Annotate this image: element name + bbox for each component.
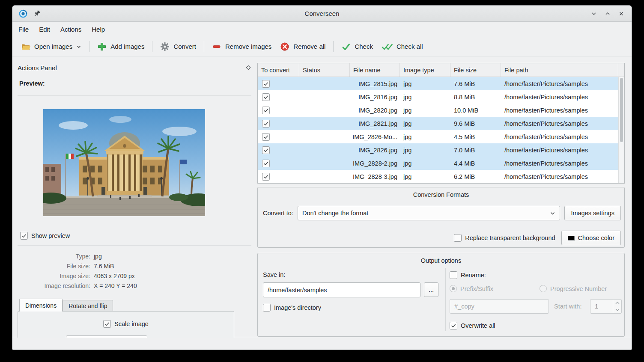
cell-file-name: IMG_2828-3.jpg bbox=[350, 170, 400, 183]
check-all-button[interactable]: Check all bbox=[377, 39, 427, 55]
window-title: Converseen bbox=[12, 10, 632, 17]
row-checkbox[interactable] bbox=[262, 107, 270, 114]
column-header-file-path[interactable]: File path bbox=[501, 63, 618, 77]
column-header-spacer bbox=[618, 63, 624, 77]
cell-file-size: 8.8 MiB bbox=[450, 90, 501, 104]
menu-item-help[interactable]: Help bbox=[86, 24, 110, 35]
cell-image-type: jpg bbox=[400, 143, 450, 157]
check-all-icon bbox=[382, 42, 393, 51]
actions-panel-title: Actions Panel bbox=[18, 64, 57, 71]
cell-file-size: 6.2 MiB bbox=[450, 170, 501, 183]
cell-to-convert bbox=[258, 143, 299, 157]
save-path-input[interactable] bbox=[263, 282, 420, 297]
column-header-file-name[interactable]: File name bbox=[350, 63, 400, 77]
replace-transparent-checkbox[interactable] bbox=[454, 234, 462, 242]
color-swatch bbox=[568, 236, 575, 240]
check-mark-icon bbox=[263, 134, 269, 140]
cell-image-type: jpg bbox=[400, 170, 450, 183]
check-button[interactable]: Check bbox=[337, 39, 377, 55]
table-row[interactable]: IMG_2828-3.jpgjpg6.2 MiB/home/faster/Pic… bbox=[258, 170, 618, 183]
cell-to-convert bbox=[258, 157, 299, 170]
toolbar-separator bbox=[89, 41, 89, 52]
images-settings-button[interactable]: Images settings bbox=[564, 206, 621, 220]
combo-chevron-icon bbox=[550, 211, 555, 216]
cell-to-convert bbox=[258, 117, 299, 130]
overwrite-all-checkbox[interactable] bbox=[450, 322, 457, 329]
remove-images-button[interactable]: Remove images bbox=[208, 39, 276, 55]
format-combobox[interactable]: Don't change the format bbox=[298, 206, 561, 220]
add-images-button[interactable]: Add images bbox=[93, 39, 149, 55]
browse-button[interactable]: ... bbox=[424, 282, 438, 297]
row-checkbox[interactable] bbox=[262, 80, 270, 88]
table-row[interactable]: IMG_2828-2.jpgjpg4.4 MiB/home/faster/Pic… bbox=[258, 157, 618, 170]
column-header-status[interactable]: Status bbox=[299, 63, 350, 77]
column-header-to-convert[interactable]: To convert bbox=[258, 63, 299, 77]
row-checkbox[interactable] bbox=[262, 133, 270, 141]
column-header-file-size[interactable]: File size bbox=[450, 63, 501, 77]
info-value: jpg bbox=[94, 253, 250, 260]
row-checkbox[interactable] bbox=[262, 146, 270, 154]
info-label: Image size: bbox=[19, 273, 90, 279]
scrollbar-thumb[interactable] bbox=[620, 78, 623, 142]
column-header-image-type[interactable]: Image type bbox=[400, 63, 450, 77]
menu-item-edit[interactable]: Edit bbox=[34, 24, 55, 35]
row-checkbox[interactable] bbox=[262, 93, 270, 101]
check-mark-icon bbox=[263, 121, 269, 127]
table-row[interactable]: IMG_2826-Mo...jpg4.5 MiB/home/faster/Pic… bbox=[258, 130, 618, 143]
info-value: 4063 x 2709 px bbox=[94, 273, 250, 279]
vertical-scrollbar[interactable] bbox=[618, 77, 624, 183]
info-label: Image resolution: bbox=[19, 282, 90, 289]
separator bbox=[445, 268, 446, 331]
choose-color-button[interactable]: Choose color bbox=[561, 231, 621, 245]
check-mark-icon bbox=[263, 160, 269, 166]
titlebar[interactable]: Converseen bbox=[12, 6, 632, 22]
convert-button[interactable]: Convert bbox=[156, 39, 200, 55]
statusbar bbox=[12, 337, 632, 350]
app-icon[interactable] bbox=[18, 9, 28, 18]
pin-icon[interactable] bbox=[32, 9, 42, 18]
tab-dimensions[interactable]: Dimensions bbox=[19, 299, 63, 312]
open-images-button[interactable]: Open images bbox=[17, 39, 86, 55]
table-row[interactable]: IMG_2815.jpgjpg7.6 MiB/home/faster/Pictu… bbox=[258, 77, 618, 90]
rename-checkbox[interactable] bbox=[450, 271, 457, 279]
check-mark-icon bbox=[263, 174, 269, 180]
check-label: Check bbox=[355, 43, 373, 50]
scale-image-checkbox[interactable] bbox=[103, 320, 111, 328]
row-checkbox[interactable] bbox=[262, 160, 270, 167]
chevron-down-icon bbox=[76, 44, 81, 49]
info-label: Type: bbox=[19, 253, 90, 260]
show-preview-checkbox[interactable] bbox=[20, 232, 28, 240]
toolbar-separator bbox=[204, 41, 204, 52]
cell-file-size: 7.6 MiB bbox=[450, 77, 501, 90]
remove-all-button[interactable]: Remove all bbox=[276, 39, 330, 55]
row-checkbox[interactable] bbox=[262, 120, 270, 128]
window-controls bbox=[590, 9, 626, 18]
row-checkbox[interactable] bbox=[262, 173, 270, 181]
table-row[interactable]: IMG_2820.jpgjpg10.0 MiB/home/faster/Pict… bbox=[258, 104, 618, 117]
open-folder-icon bbox=[21, 42, 30, 51]
rename-row: Rename: bbox=[450, 271, 486, 279]
menu-item-actions[interactable]: Actions bbox=[55, 24, 86, 35]
table-row[interactable]: IMG_2816.jpgjpg8.8 MiB/home/faster/Pictu… bbox=[258, 90, 618, 104]
cell-to-convert bbox=[258, 170, 299, 183]
tab-rotate-and-flip[interactable]: Rotate and flip bbox=[63, 300, 113, 312]
maximize-button[interactable] bbox=[603, 9, 612, 18]
app-window: Converseen FileEditActionsHelp Open imag… bbox=[12, 5, 632, 350]
file-table: To convertStatusFile nameImage typeFile … bbox=[257, 63, 625, 184]
table-row[interactable]: IMG_2821.jpgjpg9.6 MiB/home/faster/Pictu… bbox=[258, 117, 618, 130]
images-directory-checkbox[interactable] bbox=[263, 304, 271, 312]
cell-status bbox=[299, 117, 350, 130]
cell-file-size: 10.0 MiB bbox=[450, 104, 501, 117]
cell-file-name: IMG_2816.jpg bbox=[350, 90, 400, 104]
minimize-button[interactable] bbox=[590, 9, 598, 18]
overwrite-all-row: Overwrite all bbox=[450, 322, 495, 329]
replace-transparent-row: Replace transparent background bbox=[454, 234, 555, 242]
menu-item-file[interactable]: File bbox=[13, 24, 34, 35]
table-row[interactable]: IMG_2826.jpgjpg7.0 MiB/home/faster/Pictu… bbox=[258, 143, 618, 157]
cell-file-path: /home/faster/Pictures/samples bbox=[501, 117, 618, 130]
dock-float-icon[interactable] bbox=[245, 65, 251, 71]
close-button[interactable] bbox=[617, 9, 626, 18]
cell-file-path: /home/faster/Pictures/samples bbox=[501, 170, 618, 183]
info-value: 7.6 MiB bbox=[94, 263, 250, 270]
cell-file-name: IMG_2826-Mo... bbox=[350, 130, 400, 143]
